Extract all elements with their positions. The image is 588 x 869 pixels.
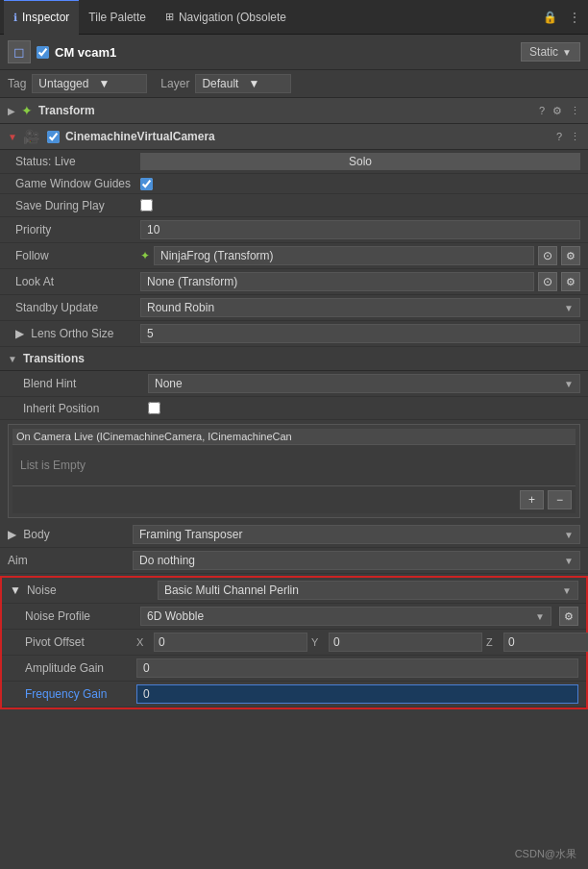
- noise-value: Basic Multi Channel Perlin: [164, 583, 558, 597]
- transform-settings-icon[interactable]: ⚙: [552, 105, 562, 117]
- aim-dropdown[interactable]: Do nothing ▼: [133, 551, 580, 570]
- blend-hint-dropdown[interactable]: None ▼: [148, 374, 580, 393]
- transform-title: Transform: [38, 104, 533, 117]
- pivot-xyz-row: X Y Z: [136, 633, 588, 652]
- nav-icon: ⊞: [165, 11, 174, 23]
- static-label: Static: [529, 45, 558, 59]
- follow-settings-btn[interactable]: ⚙: [561, 246, 580, 265]
- aim-label: Aim: [8, 554, 133, 567]
- vcam-active-wrapper: [47, 131, 60, 143]
- tab-navigation[interactable]: ⊞ Navigation (Obsolete: [156, 0, 296, 35]
- transform-section-header[interactable]: ▶ ✦ Transform ? ⚙ ⋮: [0, 98, 588, 124]
- event-box: On Camera Live (ICinemachineCamera, ICin…: [8, 424, 580, 518]
- standby-update-value: Round Robin: [147, 301, 560, 314]
- static-button[interactable]: Static ▼: [521, 42, 580, 62]
- transform-more-icon[interactable]: ⋮: [570, 105, 580, 117]
- tag-dropdown[interactable]: Untagged ▼: [32, 74, 147, 93]
- object-name: CM vcam1: [55, 45, 515, 60]
- tab-navigation-label: Navigation (Obsolete: [179, 11, 286, 24]
- save-during-play-label: Save During Play: [15, 199, 140, 212]
- save-during-play-checkbox[interactable]: [140, 199, 153, 211]
- follow-transform-icon: ✦: [140, 249, 150, 262]
- pivot-y-input[interactable]: [329, 633, 482, 652]
- noise-dropdown-arrow: ▼: [562, 585, 572, 596]
- pivot-z-input[interactable]: [503, 633, 588, 652]
- layer-dropdown[interactable]: Default ▼: [195, 74, 291, 93]
- noise-dropdown[interactable]: Basic Multi Channel Perlin ▼: [158, 581, 578, 600]
- vcam-expand-arrow: ▼: [8, 132, 17, 142]
- body-label: ▶ Body: [8, 528, 133, 541]
- transform-expand-arrow: ▶: [8, 106, 15, 116]
- tag-layer-row: Tag Untagged ▼ Layer Default ▼: [0, 70, 588, 98]
- priority-row: Priority: [0, 217, 588, 243]
- lens-expand-arrow: ▶: [15, 327, 24, 340]
- layer-label-text: Layer: [160, 77, 189, 90]
- follow-text[interactable]: NinjaFrog (Transform): [154, 246, 534, 265]
- event-remove-button[interactable]: −: [548, 490, 572, 509]
- follow-target-picker[interactable]: ⊙: [538, 246, 557, 265]
- frequency-label: Frequency Gain: [25, 687, 136, 701]
- aim-dropdown-arrow: ▼: [564, 556, 574, 566]
- vcam-title: CinemachineVirtualCamera: [65, 130, 551, 143]
- transform-icon: ✦: [21, 103, 33, 118]
- noise-header-row: ▼ Noise Basic Multi Channel Perlin ▼: [2, 578, 586, 604]
- follow-row: Follow ✦ NinjaFrog (Transform) ⊙ ⚙: [0, 243, 588, 269]
- vcam-icon: 🎥: [23, 129, 39, 144]
- pivot-x-input[interactable]: [154, 633, 307, 652]
- more-icon[interactable]: ⋮: [565, 9, 584, 26]
- blend-hint-row: Blend Hint None ▼: [0, 371, 588, 397]
- vcam-section-header[interactable]: ▼ 🎥 CinemachineVirtualCamera ? ⋮: [0, 124, 588, 150]
- vcam-help-icon[interactable]: ?: [556, 131, 562, 142]
- lock-icon[interactable]: 🔒: [539, 9, 561, 26]
- noise-expand-arrow: ▼: [10, 583, 21, 597]
- amplitude-input[interactable]: [136, 658, 578, 678]
- tab-inspector-label: Inspector: [22, 11, 69, 24]
- frequency-row: Frequency Gain: [2, 682, 586, 708]
- lens-ortho-input[interactable]: [140, 324, 580, 343]
- solo-label: Solo: [349, 155, 372, 168]
- tab-tile-palette[interactable]: Tile Palette: [79, 0, 156, 35]
- transform-help-icon[interactable]: ?: [539, 105, 545, 116]
- noise-profile-dropdown[interactable]: 6D Wobble ▼: [140, 607, 551, 626]
- priority-label: Priority: [15, 223, 140, 236]
- info-icon: ℹ: [13, 12, 17, 24]
- look-at-target-picker[interactable]: ⊙: [538, 272, 557, 291]
- look-at-text[interactable]: None (Transform): [140, 272, 534, 291]
- body-dropdown[interactable]: Framing Transposer ▼: [133, 525, 580, 544]
- transform-actions: ? ⚙ ⋮: [539, 105, 580, 117]
- guides-checkbox[interactable]: [140, 178, 153, 190]
- noise-section: ▼ Noise Basic Multi Channel Perlin ▼ Noi…: [0, 576, 588, 709]
- standby-update-label: Standby Update: [15, 301, 140, 314]
- body-value: Framing Transposer: [139, 528, 560, 541]
- event-empty-label: List is Empty: [16, 451, 572, 480]
- transitions-expand-arrow: ▼: [8, 354, 17, 364]
- look-at-settings-btn[interactable]: ⚙: [561, 272, 580, 291]
- transitions-title: Transitions: [23, 352, 580, 365]
- blend-hint-label: Blend Hint: [23, 377, 148, 390]
- lens-ortho-label: ▶ Lens Ortho Size: [15, 327, 140, 340]
- tag-arrow: ▼: [98, 77, 110, 90]
- look-at-row: Look At None (Transform) ⊙ ⚙: [0, 269, 588, 295]
- noise-profile-gear[interactable]: ⚙: [559, 607, 578, 626]
- transitions-section-header[interactable]: ▼ Transitions: [0, 347, 588, 371]
- body-row: ▶ Body Framing Transposer ▼: [0, 522, 588, 548]
- solo-button[interactable]: Solo: [140, 153, 580, 170]
- game-window-guides-row: Game Window Guides: [0, 174, 588, 194]
- event-add-button[interactable]: +: [520, 490, 544, 509]
- standby-update-row: Standby Update Round Robin ▼: [0, 295, 588, 321]
- vcam-actions: ? ⋮: [556, 131, 580, 143]
- vcam-active-checkbox[interactable]: [47, 131, 60, 143]
- layer-arrow: ▼: [248, 77, 259, 90]
- inherit-position-checkbox[interactable]: [148, 402, 160, 414]
- priority-input[interactable]: [140, 220, 580, 239]
- object-header: ◻ CM vcam1 Static ▼: [0, 35, 588, 70]
- cube-icon: ◻: [13, 44, 25, 60]
- tab-bar: ℹ Inspector Tile Palette ⊞ Navigation (O…: [0, 0, 588, 35]
- tab-inspector[interactable]: ℹ Inspector: [4, 0, 79, 35]
- lens-ortho-row: ▶ Lens Ortho Size: [0, 321, 588, 347]
- save-during-play-row: Save During Play: [0, 194, 588, 217]
- standby-update-dropdown[interactable]: Round Robin ▼: [140, 298, 580, 317]
- vcam-more-icon[interactable]: ⋮: [570, 131, 580, 143]
- active-checkbox[interactable]: [37, 46, 49, 59]
- frequency-input[interactable]: [136, 684, 578, 704]
